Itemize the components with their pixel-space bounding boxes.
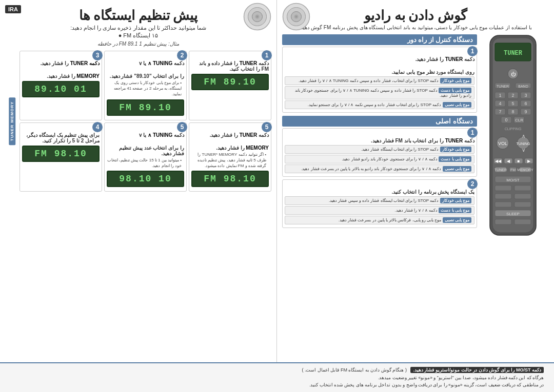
step-6-lcd: FM 98.10 xyxy=(191,171,269,187)
svg-rect-74 xyxy=(515,219,531,224)
svg-rect-65 xyxy=(495,185,511,191)
bottom-bar: دکمه MO/ST را برای گوش دادن در حالت مونو… xyxy=(0,362,554,392)
svg-text:MEMORY: MEMORY xyxy=(517,168,533,172)
remote-control-section: دستگاه کنترل از راه دور 1 دکمه TUNER را … xyxy=(282,34,477,113)
bottom-note-1: ( xyxy=(405,367,407,373)
s2-manual-mode: موج یابی با دست دکمه ∧ / ∨ را فشار دهید. xyxy=(285,206,474,215)
section1-header: دستگاه کنترل از راه دور xyxy=(282,34,477,45)
svg-rect-67 xyxy=(495,194,511,199)
svg-rect-70 xyxy=(515,202,531,207)
right-page-title: گوش دادن به رادیو xyxy=(282,8,549,24)
main-manual-mode: موج یابی با دست دکمه ∧ / ∨ را برای جستجو… xyxy=(285,155,474,163)
svg-text:TUNER: TUNER xyxy=(504,50,523,57)
step-6-number: 5 xyxy=(262,122,272,132)
svg-rect-69 xyxy=(495,202,511,207)
step-2-title2: را برای انتخاب "89.10" فشار دهید. xyxy=(107,73,184,79)
step-6-box: 5 دکمه TUNER را فشار دهید. MEMORY را فشا… xyxy=(189,122,271,192)
svg-text:2: 2 xyxy=(511,93,514,98)
right-step-1-title2: روی ایستگاه مورد نظر موج یابی نمایید. xyxy=(285,69,474,75)
svg-rect-73 xyxy=(495,219,511,224)
svg-text:CLR: CLR xyxy=(515,118,523,122)
step-6-title: دکمه TUNER را فشار دهید. xyxy=(191,132,269,138)
svg-rect-68 xyxy=(515,194,531,199)
ira-badge: IRA xyxy=(5,5,21,13)
svg-text:VOL: VOL xyxy=(498,141,507,146)
manual-mode-block: موج یابی با دست دکمه STOP را فشار داده و… xyxy=(285,86,474,99)
step-3-lcd: 01 89.10 xyxy=(22,81,100,97)
step-5-lcd: 10 98.10 xyxy=(107,171,184,187)
step-4-box: 4 برای پیش تنظیم یک ایستگاه دیگر، مراحل … xyxy=(19,122,102,192)
svg-rect-66 xyxy=(515,185,531,191)
svg-text:6: 6 xyxy=(524,101,527,106)
section2-header: دستگاه اصلی xyxy=(282,116,477,127)
step-2-title: دکمه TUNING ∧ یا ∨ xyxy=(107,60,184,66)
svg-text:TUNER: TUNER xyxy=(494,168,507,172)
main-preset-mode: موج یابی نصبی دکمه ∧ / ∨ را برای جستجوی … xyxy=(285,164,474,173)
step-1-title: دکمه TUNER را فشار داده و باند FM را انت… xyxy=(191,60,269,72)
step-4-number: 4 xyxy=(92,122,103,132)
svg-text:0: 0 xyxy=(505,117,507,122)
svg-text:■: ■ xyxy=(518,159,520,163)
svg-text:MO/ST: MO/ST xyxy=(506,178,519,182)
mode-rows: موج یابی خودکار دکمه STOP را برای انتخاب… xyxy=(285,76,474,109)
left-page: IRA پیش تنظیم ایستگاه ها شما میتوانید حد… xyxy=(0,0,277,392)
step-5-number: 5 xyxy=(177,122,187,132)
steps-row-2: 4 برای پیش تنظیم یک ایستگاه دیگر، مراحل … xyxy=(19,122,271,192)
step-2-number: 2 xyxy=(177,50,187,60)
svg-point-9 xyxy=(295,16,298,18)
speaker-icon-left xyxy=(243,3,271,31)
right-step-1-title: دکمه TUNER را فشار دهید. xyxy=(285,56,474,62)
svg-text:TUNING: TUNING xyxy=(517,142,530,146)
right-step-1-num: 1 xyxy=(467,46,478,56)
bottom-note-4: در مناطقی که دریافت ضعیف است، گزینه «مون… xyxy=(309,382,544,387)
svg-text:5: 5 xyxy=(511,101,514,106)
step-4-lcd: FM 98.10 xyxy=(22,146,100,162)
auto-mode-block: موج یابی خودکار دکمه STOP را برای انتخاب… xyxy=(285,76,474,85)
right-steps-container: دستگاه کنترل از راه دور 1 دکمه TUNER را … xyxy=(282,33,477,250)
step-2-desc: برای موج یابی خودکار با دستی روی یک ایست… xyxy=(107,80,184,97)
bottom-paren-close: ) xyxy=(302,367,303,373)
step-4-title: برای پیش تنظیم یک ایستگاه دیگر، مراحل 2 … xyxy=(22,132,100,143)
left-page-title: پیش تنظیم ایستگاه ها xyxy=(5,8,271,24)
step-2-box: 2 دکمه TUNING ∧ یا ∨ را برای انتخاب "89.… xyxy=(104,51,187,120)
svg-text:9: 9 xyxy=(524,109,527,114)
step-6-title2: MEMORY را فشار دهید. xyxy=(191,145,269,151)
s2-preset-mode: موج یابی نصبی موج یابی رو پایی، فرکانس ب… xyxy=(285,216,474,224)
svg-text:FM: FM xyxy=(510,168,516,172)
main-device-section: دستگاه اصلی 1 دکمه TUNER را برای انتخاب … xyxy=(282,116,477,228)
svg-text:◀◀: ◀◀ xyxy=(495,159,502,163)
remote-svg: TUNER ⏻ TUNER BAND 1 2 3 xyxy=(480,33,546,248)
main-step-1: 1 دکمه TUNER را برای انتخاب باند FM فشار… xyxy=(282,128,477,177)
main-mode-rows: موج یابی خودکار دکمه STOP را برای انتخاب… xyxy=(285,145,474,173)
svg-text:▶: ▶ xyxy=(527,159,531,163)
svg-text:BAND: BAND xyxy=(518,85,528,88)
left-subtitle: شما میتوانید حداکثر تا این مقدار ذخیره س… xyxy=(5,25,271,31)
main-step-2: 2 یک ایستگاه پخش برنامه را انتخاب کنید. … xyxy=(282,179,477,228)
preset-mode-block: موج یابی نصبی دکمه STOP را برای انتخاب ف… xyxy=(285,100,474,109)
main-step-1-num: 1 xyxy=(467,128,478,138)
step-3-title2: MEMORY را فشار دهید. xyxy=(22,73,100,79)
step-5-desc: میتوانید بین 1 تا 15 حالت پیش تنظیم، انت… xyxy=(107,157,184,169)
most-button-label: دکمه MO/ST را برای گوش دادن در حالت مونو… xyxy=(410,367,544,373)
right-page: گوش دادن به رادیو با استفاده از عملیات م… xyxy=(277,0,554,392)
step-3-title: دکمه TUNER را فشار دهید. xyxy=(22,60,100,66)
main-step2-mode-rows: موج یابی خودکار دکمه STOP را برای انتخاب… xyxy=(285,196,474,224)
svg-text:3: 3 xyxy=(524,93,527,98)
speaker-icon-right xyxy=(282,3,310,31)
step-3-number: 3 xyxy=(92,50,103,60)
step-5-title2: را برای انتخاب عدد پیش تنظیم فشار دهید. xyxy=(107,145,184,156)
remote-control-image: TUNER ⏻ TUNER BAND 1 2 3 xyxy=(480,33,549,250)
svg-text:∨: ∨ xyxy=(522,147,525,153)
right-step-1: 1 دکمه TUNER را فشار دهید. روی ایستگاه م… xyxy=(282,47,477,113)
steps-row-1: 3 دکمه TUNER را فشار دهید. MEMORY را فشا… xyxy=(19,51,271,120)
bottom-note-2: هنگام گوش دادن به ایستگاه FM قابل اعمال … xyxy=(305,367,404,373)
svg-text:∧: ∧ xyxy=(522,133,525,139)
main-step-2-num: 2 xyxy=(467,179,478,189)
svg-text:7: 7 xyxy=(499,109,501,114)
bottom-note-3: هرگاه که این دکمه فشار داده میشود، صدا ب… xyxy=(378,375,544,380)
s2-auto-mode: موج یابی خودکار دکمه STOP را برای انتخاب… xyxy=(285,196,474,205)
main-step-2-title: یک ایستگاه پخش برنامه را انتخاب کنید. xyxy=(285,189,474,195)
example-label: مثال: پیش تنظیم 1 FM 89.1 در حافظه xyxy=(5,41,271,47)
svg-text:8: 8 xyxy=(511,109,514,114)
main-auto-mode: موج یابی خودکار دکمه STOP را برای انتخاب… xyxy=(285,145,474,154)
